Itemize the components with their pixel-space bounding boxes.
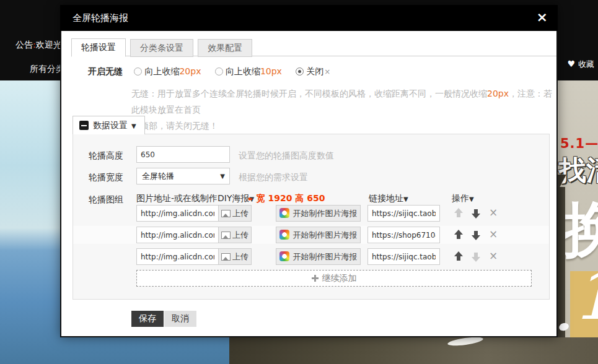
link-url-input[interactable] bbox=[367, 205, 440, 222]
image-icon bbox=[221, 253, 231, 261]
carousel-height-hint: 设置您的轮播图高度数值 bbox=[239, 150, 334, 162]
modal-tabs: 轮播设置 分类条设置 效果配置 bbox=[71, 38, 556, 56]
cancel-button[interactable]: 取消 bbox=[164, 311, 196, 327]
column-image-url[interactable]: 图片地址-或在线制作DIY海报▼ bbox=[136, 193, 254, 204]
size-requirement-note: ► 宽 1920 高 650 bbox=[248, 193, 325, 204]
move-up-icon[interactable] bbox=[454, 230, 464, 240]
carousel-row: 上传 开始制作图片海报 × bbox=[73, 248, 549, 266]
carousel-height-label: 轮播高度 bbox=[89, 150, 123, 162]
carousel-settings-modal: 全屏轮播海报 × 轮播设置 分类条设置 效果配置 开启无缝 向上收缩20px 向… bbox=[60, 5, 558, 337]
close-icon[interactable]: × bbox=[537, 9, 548, 26]
upload-button[interactable]: 上传 bbox=[218, 248, 252, 265]
tab-category-bar-settings[interactable]: 分类条设置 bbox=[130, 39, 193, 57]
chevron-down-icon: ▼ bbox=[469, 196, 474, 202]
arrow-right-icon: ► bbox=[248, 195, 253, 202]
data-settings-header[interactable]: 数据设置▼ bbox=[73, 116, 145, 134]
image-group-columns: 图片地址-或在线制作DIY海报▼ ► 宽 1920 高 650 链接地址▼ 操作… bbox=[73, 193, 549, 206]
chevron-down-icon: ▼ bbox=[403, 196, 408, 202]
carousel-row: 上传 开始制作图片海报 × bbox=[73, 226, 549, 244]
modal-title: 全屏轮播海报 bbox=[73, 12, 128, 24]
background-banner-strip: 5.1— 找活 换 1 bbox=[558, 80, 598, 337]
image-url-input[interactable] bbox=[136, 248, 219, 265]
radio-icon bbox=[134, 67, 142, 76]
make-poster-button[interactable]: 开始制作图片海报 bbox=[276, 205, 361, 222]
banner-gold-block: 1 bbox=[570, 271, 598, 337]
make-poster-button[interactable]: 开始制作图片海报 bbox=[276, 227, 361, 243]
image-icon bbox=[221, 232, 231, 239]
collapse-minus-icon bbox=[79, 121, 89, 130]
make-poster-button[interactable]: 开始制作图片海报 bbox=[276, 248, 361, 265]
delete-row-icon[interactable]: × bbox=[489, 206, 498, 219]
image-icon bbox=[221, 210, 231, 217]
radio-icon bbox=[215, 67, 223, 76]
tab-carousel-settings[interactable]: 轮播设置 bbox=[71, 38, 126, 57]
tab-effect-config[interactable]: 效果配置 bbox=[198, 39, 252, 57]
radio-checked-icon bbox=[296, 67, 304, 76]
save-button[interactable]: 保存 bbox=[131, 311, 164, 327]
add-more-button[interactable]: 继续添加 bbox=[136, 270, 532, 287]
all-categories-menu[interactable]: 所有分类 bbox=[30, 64, 64, 75]
delete-row-icon[interactable]: × bbox=[489, 249, 498, 262]
banner-date-text: 5.1— bbox=[560, 136, 598, 151]
poster-maker-icon bbox=[279, 230, 289, 240]
banner-big-character: 换 bbox=[563, 191, 598, 271]
carousel-width-hint: 根据您的需求设置 bbox=[239, 172, 308, 183]
poster-maker-icon bbox=[279, 208, 289, 218]
upload-button[interactable]: 上传 bbox=[218, 205, 252, 222]
upload-button[interactable]: 上传 bbox=[218, 227, 252, 243]
move-down-icon[interactable] bbox=[471, 230, 481, 240]
move-up-icon bbox=[454, 208, 464, 219]
favorite-link[interactable]: ♥收藏 bbox=[567, 59, 594, 70]
link-url-input[interactable] bbox=[367, 248, 440, 265]
carousel-width-label: 轮播宽度 bbox=[89, 172, 123, 183]
radio-close-seamless[interactable]: 关闭× bbox=[296, 66, 330, 76]
link-url-input[interactable] bbox=[367, 227, 440, 243]
poster-maker-icon bbox=[279, 251, 289, 261]
plus-icon bbox=[312, 275, 319, 282]
move-down-icon[interactable] bbox=[471, 208, 481, 219]
column-actions[interactable]: 操作▼ bbox=[452, 193, 474, 204]
data-settings-panel: 轮播高度 设置您的轮播图高度数值 轮播宽度 全屏轮播 ▼ 根据您的需求设置 轮播… bbox=[73, 134, 550, 300]
image-url-input[interactable] bbox=[136, 205, 219, 222]
carousel-height-input[interactable] bbox=[136, 146, 230, 163]
chevron-down-icon: ▼ bbox=[220, 168, 225, 184]
delete-row-icon[interactable]: × bbox=[489, 228, 498, 240]
move-down-icon bbox=[471, 251, 481, 262]
move-up-icon[interactable] bbox=[454, 251, 464, 262]
seamless-option-row: 开启无缝 向上收缩20px 向上收缩10px 关闭× bbox=[88, 66, 341, 77]
seamless-help-text: 无缝：用于放置多个连续全屏轮播时候开启，不同模板的风格，收缩距离不同，一般情况收… bbox=[131, 85, 559, 134]
banner-gold-digit: 1 bbox=[573, 271, 598, 329]
radio-shrink-20px[interactable]: 向上收缩20px bbox=[134, 66, 203, 76]
seamless-label: 开启无缝 bbox=[88, 66, 123, 76]
carousel-width-select[interactable]: 全屏轮播 ▼ bbox=[136, 168, 230, 184]
modal-titlebar: 全屏轮播海报 × bbox=[60, 5, 558, 31]
radio-shrink-10px[interactable]: 向上收缩10px bbox=[215, 66, 284, 76]
image-url-input[interactable] bbox=[136, 227, 219, 243]
heart-icon: ♥ bbox=[567, 59, 575, 69]
banner-pole bbox=[558, 187, 565, 337]
chevron-down-icon: ▼ bbox=[131, 123, 136, 129]
carousel-row: 上传 开始制作图片海报 × bbox=[73, 204, 549, 222]
column-link-url[interactable]: 链接地址▼ bbox=[369, 193, 408, 204]
